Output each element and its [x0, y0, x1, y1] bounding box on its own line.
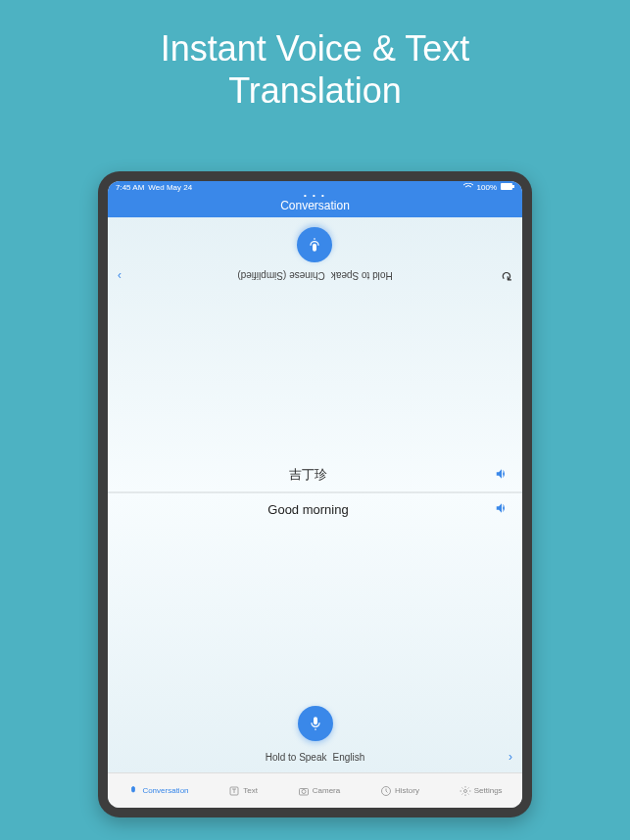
tab-history[interactable]: History [380, 785, 419, 797]
tab-camera[interactable]: Camera [298, 785, 340, 797]
tab-label: Text [243, 786, 258, 795]
translation-target-row: 吉丁珍 [108, 459, 522, 492]
speaker-icon[interactable] [495, 501, 509, 518]
translation-area: 吉丁珍 Good morning [108, 292, 522, 692]
tab-text[interactable]: Text [228, 785, 258, 797]
wifi-icon [463, 183, 473, 193]
partner-section: ↻ Hold to Speak Chinese (Simplified) › [108, 217, 522, 292]
speaker-icon[interactable] [495, 467, 509, 484]
tab-bar: Conversation Text Camera History Setting… [108, 772, 522, 808]
device-screen: 7:45 AM Wed May 24 100% • • • Conversati… [108, 181, 522, 808]
tab-label: Conversation [142, 786, 188, 795]
user-hold-label: Hold to Speak [266, 752, 327, 763]
headline-line-1: Instant Voice & Text [0, 27, 630, 70]
tab-label: History [395, 786, 419, 795]
user-language-row[interactable]: Hold to Speak English › [118, 747, 512, 767]
user-language-label: English [333, 752, 365, 763]
chevron-right-icon[interactable]: › [118, 269, 121, 283]
navigation-bar: • • • Conversation [108, 194, 522, 217]
microphone-icon [308, 237, 323, 253]
headline-line-2: Translation [0, 70, 630, 112]
translation-source-text: Good morning [121, 502, 495, 517]
text-icon [228, 785, 240, 797]
history-icon [380, 785, 392, 797]
partner-language-row[interactable]: ↻ Hold to Speak Chinese (Simplified) › [118, 266, 512, 286]
tab-conversation[interactable]: Conversation [127, 785, 188, 797]
svg-point-6 [463, 789, 466, 792]
multitask-dots-icon: • • • [304, 184, 326, 208]
chevron-right-icon[interactable]: › [509, 750, 512, 764]
tab-label: Camera [313, 786, 340, 795]
microphone-icon [308, 716, 323, 731]
status-time: 7:45 AM [116, 183, 144, 192]
camera-icon [298, 785, 310, 797]
refresh-icon[interactable]: ↻ [501, 268, 512, 284]
user-mic-button[interactable] [298, 706, 333, 741]
partner-mic-button[interactable] [298, 227, 333, 262]
svg-rect-0 [501, 183, 512, 190]
svg-rect-1 [512, 185, 514, 188]
microphone-icon [127, 785, 139, 797]
battery-percent: 100% [477, 183, 497, 192]
partner-hold-label: Hold to Speak [331, 271, 393, 282]
tab-label: Settings [474, 786, 503, 795]
svg-point-4 [302, 789, 306, 793]
ipad-frame: 7:45 AM Wed May 24 100% • • • Conversati… [98, 171, 532, 817]
partner-language-label: Chinese (Simplified) [237, 271, 324, 282]
tab-settings[interactable]: Settings [460, 785, 503, 797]
translation-source-row: Good morning [108, 492, 522, 526]
gear-icon [460, 785, 471, 797]
translation-target-text: 吉丁珍 [121, 466, 495, 484]
marketing-headline: Instant Voice & Text Translation [0, 0, 630, 112]
battery-icon [501, 183, 514, 192]
user-section: Hold to Speak English › [108, 692, 522, 772]
status-date: Wed May 24 [148, 183, 192, 192]
